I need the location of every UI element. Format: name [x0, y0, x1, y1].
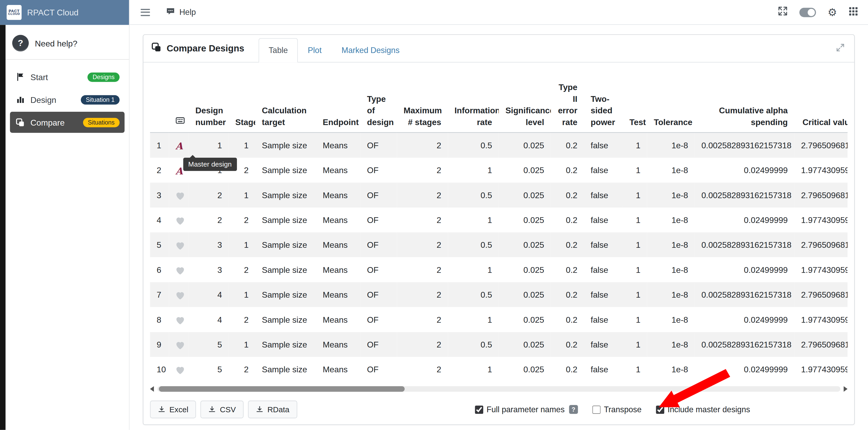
- cell-tolerance: 1e-8: [647, 133, 694, 158]
- heart-icon[interactable]: [169, 232, 189, 257]
- column-header-significance_level[interactable]: Significancelevel: [499, 77, 551, 133]
- sidebar-toggle-icon[interactable]: [140, 6, 151, 18]
- cell-calculation_target: Sample size: [255, 282, 316, 307]
- cell-design_number: 2: [189, 207, 229, 232]
- download-icon: [208, 405, 216, 413]
- column-header-information_rate[interactable]: Informationrate: [448, 77, 499, 133]
- cell-type_of_design: OF: [361, 282, 397, 307]
- cell-critical_value: 1.97743095941: [794, 158, 847, 183]
- sidebar-item-compare[interactable]: Compare Situations: [10, 112, 125, 133]
- cell-cumulative_alpha_spending: 0.002582893162157318: [695, 133, 794, 158]
- cell-calculation_target: Sample size: [255, 332, 316, 357]
- rdata-button[interactable]: RData: [248, 400, 297, 418]
- full-parameter-names-checkbox[interactable]: [475, 405, 483, 414]
- table-row: 10 52Sample sizeMeansOF210.0250.2false11…: [150, 357, 847, 382]
- cell-two_sided_power: false: [584, 307, 623, 332]
- scroll-right-arrow[interactable]: [844, 386, 848, 392]
- column-header-type_of_design[interactable]: Typeofdesign: [361, 77, 397, 133]
- sidebar-item-start[interactable]: Start Designs: [10, 66, 125, 88]
- tab-marked-designs[interactable]: Marked Designs: [332, 38, 409, 62]
- cell-type_ii_error_rate: 0.2: [551, 133, 584, 158]
- cell-two_sided_power: false: [584, 232, 623, 257]
- column-header-stage[interactable]: Stage: [228, 77, 255, 133]
- column-header-two_sided_power[interactable]: Two-sidedpower: [584, 77, 623, 133]
- tab-plot[interactable]: Plot: [298, 38, 332, 62]
- cell-maximum_stages: 2: [397, 257, 448, 282]
- cell-stage: 2: [228, 257, 255, 282]
- help-bubble-icon: [165, 6, 176, 18]
- cell-two_sided_power: false: [584, 158, 623, 183]
- heart-glyph: [176, 366, 185, 375]
- row-index: 1: [150, 133, 169, 158]
- scrollbar-track[interactable]: [157, 386, 840, 392]
- cell-type_of_design: OF: [361, 332, 397, 357]
- help-menu[interactable]: Help: [165, 6, 196, 18]
- cell-significance_level: 0.025: [499, 257, 551, 282]
- need-help-button[interactable]: ? Need help?: [10, 31, 125, 59]
- sidebar-edge-strip: [0, 25, 5, 430]
- column-header-type_ii_error_rate[interactable]: TypeIIerrorrate: [551, 77, 584, 133]
- column-header-critical_value[interactable]: Critical value: [794, 77, 847, 133]
- fullscreen-icon[interactable]: [778, 6, 788, 18]
- cell-information_rate: 0.5: [448, 232, 499, 257]
- sidebar-divider: [5, 59, 129, 60]
- heart-icon[interactable]: [169, 183, 189, 207]
- column-header-idx[interactable]: [150, 77, 169, 133]
- master-design-tooltip: Master design: [183, 158, 237, 171]
- sidebar-body: ? Need help? Start Designs Design Situat…: [5, 25, 129, 133]
- heart-icon[interactable]: [169, 307, 189, 332]
- table-row: 4 22Sample sizeMeansOF210.0250.2false11e…: [150, 207, 847, 232]
- cell-type_of_design: OF: [361, 257, 397, 282]
- column-header-calculation_target[interactable]: Calculationtarget: [255, 77, 316, 133]
- csv-button[interactable]: CSV: [200, 400, 244, 418]
- column-header-cumulative_alpha_spending[interactable]: Cumulative alphaspending: [695, 77, 794, 133]
- sidebar-item-design[interactable]: Design Situation 1: [10, 89, 125, 110]
- toggle-switch[interactable]: [799, 7, 816, 17]
- column-header-tolerance[interactable]: Tolerance: [647, 77, 694, 133]
- heart-glyph: [176, 217, 185, 225]
- cell-endpoint: Means: [316, 357, 361, 382]
- scroll-left-arrow[interactable]: [150, 386, 154, 392]
- column-header-maximum_stages[interactable]: Maximum# stages: [397, 77, 448, 133]
- row-index: 2: [150, 158, 169, 183]
- full-parameter-names-option[interactable]: Full parameter names ?: [475, 405, 578, 414]
- transpose-checkbox[interactable]: [592, 405, 600, 414]
- situation-badge: Situation 1: [81, 95, 119, 104]
- cell-tolerance: 1e-8: [647, 183, 694, 207]
- row-index: 3: [150, 183, 169, 207]
- cell-cumulative_alpha_spending: 0.002582893162157318: [695, 183, 794, 207]
- expand-card-icon[interactable]: [834, 41, 846, 56]
- cell-significance_level: 0.025: [499, 133, 551, 158]
- column-header-test[interactable]: Test: [623, 77, 647, 133]
- cell-tolerance: 1e-8: [647, 282, 694, 307]
- cell-significance_level: 0.025: [499, 183, 551, 207]
- checkbox-label: Transpose: [604, 405, 642, 414]
- column-header-endpoint[interactable]: Endpoint: [316, 77, 361, 133]
- cell-endpoint: Means: [316, 332, 361, 357]
- excel-button[interactable]: Excel: [150, 400, 196, 418]
- help-label: Help: [180, 8, 196, 17]
- grid-icon[interactable]: [849, 6, 858, 18]
- tab-table[interactable]: Table: [258, 38, 298, 62]
- heart-icon[interactable]: [169, 332, 189, 357]
- parameter-names-help-icon[interactable]: ?: [569, 405, 578, 414]
- sidebar-item-label: Start: [31, 72, 83, 82]
- heart-icon[interactable]: [169, 282, 189, 307]
- cell-critical_value: 2.79650968146: [794, 282, 847, 307]
- gear-icon[interactable]: ⚙: [828, 7, 837, 17]
- heart-icon[interactable]: [169, 357, 189, 382]
- marker-column-header[interactable]: [169, 77, 189, 133]
- cell-tolerance: 1e-8: [647, 232, 694, 257]
- cell-endpoint: Means: [316, 158, 361, 183]
- cell-design_number: 5: [189, 332, 229, 357]
- master-design-icon[interactable]: A: [169, 133, 189, 158]
- cell-information_rate: 1: [448, 257, 499, 282]
- cell-stage: 1: [228, 332, 255, 357]
- column-header-design_number[interactable]: Designnumber: [189, 77, 229, 133]
- cell-stage: 2: [228, 207, 255, 232]
- scrollbar-thumb[interactable]: [159, 386, 405, 392]
- transpose-option[interactable]: Transpose: [592, 405, 642, 414]
- heart-icon[interactable]: [169, 207, 189, 232]
- cell-type_ii_error_rate: 0.2: [551, 207, 584, 232]
- heart-icon[interactable]: [169, 257, 189, 282]
